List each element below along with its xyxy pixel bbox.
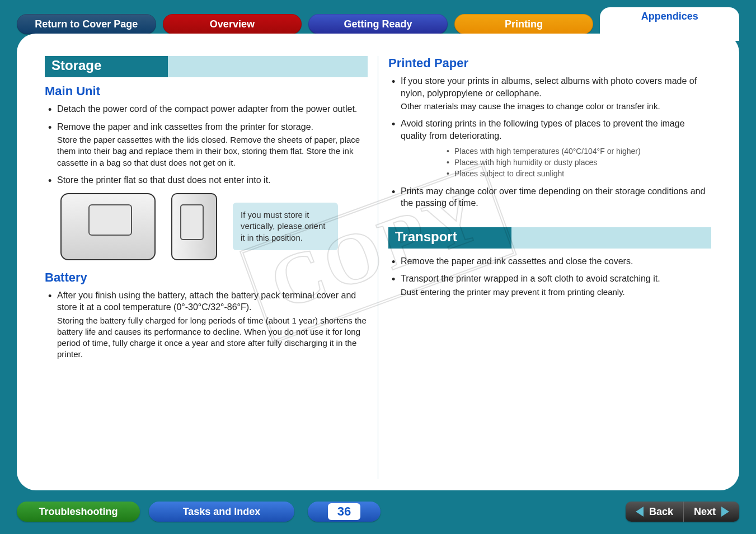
heading-battery: Battery xyxy=(45,270,368,285)
list-subtext: Dust entering the printer may prevent it… xyxy=(401,287,711,298)
list-text: After you finish using the battery, atta… xyxy=(57,291,356,312)
storage-callout: If you must store it vertically, please … xyxy=(233,203,338,250)
tab-printing[interactable]: Printing xyxy=(454,14,594,34)
printed-paper-list: If you store your prints in albums, sele… xyxy=(388,75,711,209)
list-item: Store the printer flat so that dust does… xyxy=(45,174,368,186)
right-column: Printed Paper If you store your prints i… xyxy=(378,56,711,479)
tab-overview[interactable]: Overview xyxy=(163,14,302,34)
list-text: Avoid storing prints in the following ty… xyxy=(401,119,685,140)
tab-return-cover[interactable]: Return to Cover Page xyxy=(17,14,156,34)
battery-list: After you finish using the battery, atta… xyxy=(45,289,368,360)
list-text: Detach the power cord of the compact pow… xyxy=(57,104,357,114)
tasks-index-button[interactable]: Tasks and Index xyxy=(149,502,294,522)
list-text: Store the printer flat so that dust does… xyxy=(57,175,271,185)
list-subtext: Store the paper cassettes with the lids … xyxy=(57,134,368,168)
left-column: Storage Main Unit Detach the power cord … xyxy=(45,56,378,479)
heading-printed-paper: Printed Paper xyxy=(388,56,711,71)
main-unit-list: Detach the power cord of the compact pow… xyxy=(45,103,368,186)
section-bar-fill xyxy=(168,56,368,77)
button-label: Back xyxy=(649,506,673,518)
printer-horizontal-icon xyxy=(60,193,156,260)
sub-list-item: Places with high humidity or dusty place… xyxy=(445,157,711,168)
list-item: After you finish using the battery, atta… xyxy=(45,289,368,360)
button-label: Next xyxy=(694,506,716,518)
content-panel: COPY Storage Main Unit Detach the power … xyxy=(17,34,739,490)
section-title: Transport xyxy=(388,227,511,249)
tab-getting-ready[interactable]: Getting Ready xyxy=(308,14,448,34)
tab-label: Appendices xyxy=(641,11,698,22)
list-text: Transport the printer wrapped in a soft … xyxy=(401,274,660,283)
page-number: 36 xyxy=(328,503,360,520)
printer-figure-row: If you must store it vertically, please … xyxy=(60,193,368,260)
heading-main-unit: Main Unit xyxy=(45,84,368,99)
section-bar-fill xyxy=(511,227,711,249)
transport-list: Remove the paper and ink cassettes and c… xyxy=(388,255,711,298)
sub-list: Places with high temperatures (40°C/104°… xyxy=(445,146,711,180)
next-button[interactable]: Next xyxy=(683,502,739,522)
printer-vertical-icon xyxy=(171,193,217,260)
tab-label: Overview xyxy=(210,18,255,30)
list-item: Remove the paper and ink cassettes and c… xyxy=(388,255,711,268)
back-button[interactable]: Back xyxy=(626,502,683,522)
section-transport: Transport xyxy=(388,227,711,249)
list-item: Remove the paper and ink cassettes from … xyxy=(45,121,368,168)
triangle-right-icon xyxy=(721,507,729,517)
list-text: If you store your prints in albums, sele… xyxy=(401,76,697,98)
list-text: Remove the paper and ink cassettes and c… xyxy=(401,256,633,266)
list-text: Remove the paper and ink cassettes from … xyxy=(57,122,313,132)
tab-label: Printing xyxy=(505,18,543,30)
list-text: Prints may change color over time depend… xyxy=(401,186,705,208)
list-item: If you store your prints in albums, sele… xyxy=(388,75,711,112)
top-nav: Return to Cover Page Overview Getting Re… xyxy=(17,13,739,35)
sub-list-item: Places with high temperatures (40°C/104°… xyxy=(445,146,711,157)
page-number-pill: 36 xyxy=(308,502,381,522)
section-storage: Storage xyxy=(45,56,368,77)
list-subtext: Other materials may cause the images to … xyxy=(401,101,711,112)
list-item: Prints may change color over time depend… xyxy=(388,185,711,209)
tab-label: Getting Ready xyxy=(344,18,412,30)
troubleshooting-button[interactable]: Troubleshooting xyxy=(17,502,140,522)
list-item: Avoid storing prints in the following ty… xyxy=(388,118,711,179)
sub-list-item: Places subject to direct sunlight xyxy=(445,168,711,179)
tab-label: Return to Cover Page xyxy=(35,18,138,30)
button-label: Troubleshooting xyxy=(39,506,118,518)
section-title: Storage xyxy=(45,56,168,77)
button-label: Tasks and Index xyxy=(183,506,261,518)
list-item: Detach the power cord of the compact pow… xyxy=(45,103,368,115)
list-item: Transport the printer wrapped in a soft … xyxy=(388,273,711,298)
list-subtext: Storing the battery fully charged for lo… xyxy=(57,315,368,360)
bottom-nav: Troubleshooting Tasks and Index 36 Back … xyxy=(17,500,739,523)
triangle-left-icon xyxy=(636,507,644,517)
